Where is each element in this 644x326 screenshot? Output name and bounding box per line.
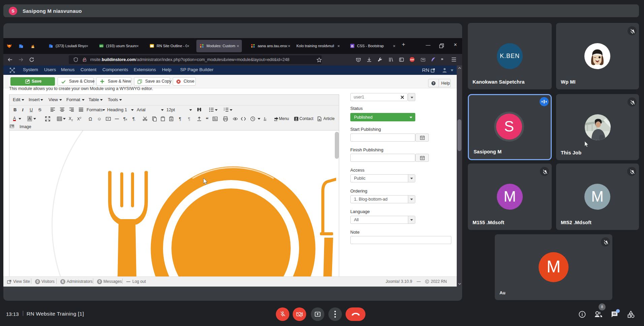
svg-text:2: 2	[224, 109, 225, 111]
svg-text:B: B	[351, 44, 354, 48]
svg-text:ABP: ABP	[410, 59, 414, 61]
svg-text:?: ?	[432, 82, 434, 85]
svg-text:MD: MD	[100, 45, 103, 47]
